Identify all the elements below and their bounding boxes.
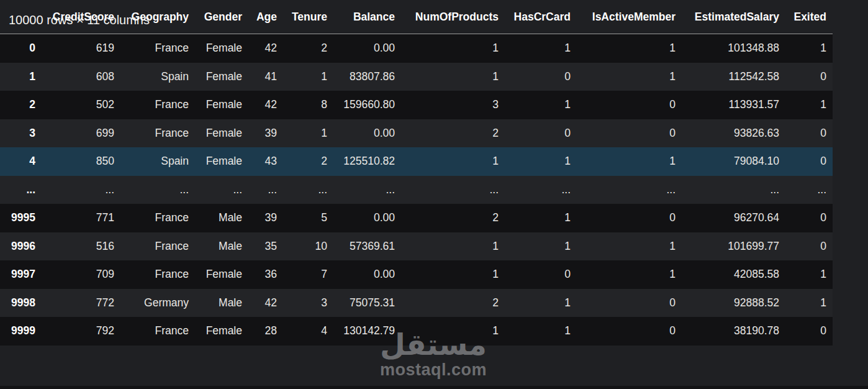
- cell-hascrcard: 1: [505, 91, 577, 119]
- cell-estimatedsalary: 96270.64: [682, 204, 785, 232]
- cell-hascrcard: 1: [505, 289, 577, 318]
- cell-creditscore: ...: [42, 176, 120, 204]
- cell-numofproducts: 2: [401, 204, 505, 232]
- cell-numofproducts: 2: [401, 289, 505, 318]
- cell-balance: 130142.79: [333, 317, 401, 346]
- cell-gender: Female: [195, 91, 248, 119]
- row-index: 3: [0, 119, 42, 148]
- table-row-2: 2502FranceFemale428159660.80310113931.57…: [0, 91, 833, 119]
- cell-age: 36: [248, 260, 283, 289]
- cell-hascrcard: 1: [505, 232, 577, 261]
- column-header-tenure: Tenure: [283, 0, 333, 34]
- cell-tenure: 1: [283, 119, 333, 148]
- cell-numofproducts: 1: [401, 260, 505, 289]
- cell-geography: Spain: [120, 63, 195, 91]
- cell-isactivemember: 1: [577, 147, 682, 176]
- row-index: 2: [0, 91, 42, 119]
- cell-estimatedsalary: 93826.63: [682, 119, 785, 148]
- cell-estimatedsalary: 112542.58: [682, 63, 785, 91]
- cell-creditscore: 516: [42, 232, 120, 261]
- cell-gender: Male: [195, 289, 248, 318]
- cell-tenure: ...: [283, 176, 333, 204]
- cell-tenure: 3: [283, 289, 333, 318]
- header-row: CreditScoreGeographyGenderAgeTenureBalan…: [0, 0, 833, 34]
- cell-exited: 1: [785, 91, 833, 119]
- cell-isactivemember: 1: [577, 63, 682, 91]
- table-row-1: 1608SpainFemale41183807.86101112542.580: [0, 63, 833, 91]
- cell-isactivemember: 0: [577, 91, 682, 119]
- cell-numofproducts: ...: [401, 176, 505, 204]
- cell-estimatedsalary: 42085.58: [682, 260, 785, 289]
- dataframe-output: CreditScoreGeographyGenderAgeTenureBalan…: [0, 0, 833, 346]
- cell-geography: ...: [120, 176, 195, 204]
- cell-geography: France: [120, 232, 195, 261]
- cell-creditscore: 502: [42, 91, 120, 119]
- cell-isactivemember: 1: [577, 34, 682, 63]
- row-index: 9995: [0, 204, 42, 232]
- column-header-isactivemember: IsActiveMember: [577, 0, 682, 34]
- cell-estimatedsalary: 38190.78: [682, 317, 785, 346]
- cell-age: 41: [248, 63, 283, 91]
- cell-age: ...: [248, 176, 283, 204]
- cell-geography: France: [120, 260, 195, 289]
- cell-hascrcard: ...: [505, 176, 577, 204]
- cell-numofproducts: 2: [401, 119, 505, 148]
- cell-tenure: 8: [283, 91, 333, 119]
- cell-balance: 83807.86: [333, 63, 401, 91]
- cell-creditscore: 709: [42, 260, 120, 289]
- cell-hascrcard: 1: [505, 147, 577, 176]
- cell-estimatedsalary: 101699.77: [682, 232, 785, 261]
- table-row-9999: 9999792FranceFemale284130142.7911038190.…: [0, 317, 833, 346]
- cell-age: 42: [248, 289, 283, 318]
- cell-gender: Female: [195, 34, 248, 63]
- cell-numofproducts: 1: [401, 34, 505, 63]
- table-row-4: 4850SpainFemale432125510.8211179084.100: [0, 147, 833, 176]
- index-corner-header: [0, 0, 42, 34]
- table-row-9996: 9996516FranceMale351057369.61111101699.7…: [0, 232, 833, 261]
- cell-hascrcard: 1: [505, 204, 577, 232]
- cell-isactivemember: 1: [577, 232, 682, 261]
- cell-tenure: 5: [283, 204, 333, 232]
- row-index: 9999: [0, 317, 42, 346]
- cell-geography: France: [120, 119, 195, 148]
- dataframe-body: 0619FranceFemale4220.00111101348.8811608…: [0, 34, 833, 346]
- column-header-creditscore: CreditScore: [42, 0, 120, 34]
- column-header-gender: Gender: [195, 0, 248, 34]
- row-index: 9998: [0, 289, 42, 318]
- cell-exited: 0: [785, 147, 833, 176]
- cell-geography: Germany: [120, 289, 195, 318]
- cell-creditscore: 771: [42, 204, 120, 232]
- column-header-hascrcard: HasCrCard: [505, 0, 577, 34]
- cell-creditscore: 792: [42, 317, 120, 346]
- column-header-age: Age: [248, 0, 283, 34]
- cell-geography: France: [120, 34, 195, 63]
- cell-balance: 159660.80: [333, 91, 401, 119]
- cell-hascrcard: 0: [505, 63, 577, 91]
- cell-tenure: 1: [283, 63, 333, 91]
- cell-tenure: 7: [283, 260, 333, 289]
- row-index: 1: [0, 63, 42, 91]
- bottom-edge-strip: [0, 386, 868, 389]
- cell-creditscore: 772: [42, 289, 120, 318]
- cell-estimatedsalary: ...: [682, 176, 785, 204]
- cell-age: 43: [248, 147, 283, 176]
- cell-creditscore: 608: [42, 63, 120, 91]
- cell-exited: ...: [785, 176, 833, 204]
- cell-exited: 0: [785, 232, 833, 261]
- column-header-exited: Exited: [785, 0, 833, 34]
- cell-exited: 1: [785, 34, 833, 63]
- cell-tenure: 10: [283, 232, 333, 261]
- cell-tenure: 4: [283, 317, 333, 346]
- cell-creditscore: 699: [42, 119, 120, 148]
- cell-exited: 0: [785, 119, 833, 148]
- cell-balance: 57369.61: [333, 232, 401, 261]
- table-row-0: 0619FranceFemale4220.00111101348.881: [0, 34, 833, 63]
- cell-gender: Male: [195, 204, 248, 232]
- cell-exited: 1: [785, 260, 833, 289]
- cell-tenure: 2: [283, 147, 333, 176]
- row-index: ...: [0, 176, 42, 204]
- cell-estimatedsalary: 113931.57: [682, 91, 785, 119]
- cell-geography: France: [120, 204, 195, 232]
- cell-hascrcard: 1: [505, 34, 577, 63]
- cell-hascrcard: 0: [505, 119, 577, 148]
